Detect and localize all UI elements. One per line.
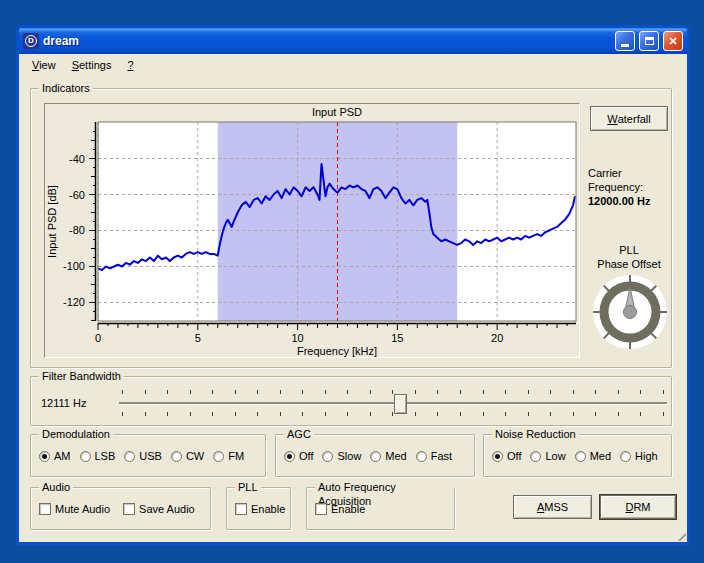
radio-usb[interactable]: USB [124,450,162,462]
slider-tick [302,412,303,416]
carrier-frequency-value: 12000.00 Hz [588,194,688,208]
filter-bandwidth-value: 12111 Hz [41,397,86,409]
resize-grip[interactable] [673,528,686,541]
slider-tick [280,390,281,394]
slider-tick [347,412,348,416]
slider-tick [122,412,123,416]
agc-group: AGC OffSlowMedFast [275,434,475,477]
amss-button[interactable]: AMSS [513,495,592,519]
slider-tick [257,412,258,416]
radio-label: Fast [431,450,452,462]
radio-med[interactable]: Med [575,450,611,462]
minimize-icon [621,44,629,47]
dream-logo-icon: D [25,35,37,47]
checkbox-box-icon [235,503,247,515]
menu-item-view[interactable]: View [25,57,63,73]
radio-circle-icon [530,451,541,462]
radio-label: Slow [337,450,361,462]
slider-tick [437,412,438,416]
slider-tick [460,390,461,394]
pll-phase-offset-label: PLL Phase Offset [579,243,679,271]
maximize-button[interactable] [639,31,659,51]
checkbox-label: Enable [331,503,365,515]
checkbox-box-icon [123,503,135,515]
radio-circle-icon [322,451,333,462]
radio-label: Med [385,450,406,462]
checkbox-box-icon [315,503,327,515]
radio-slow[interactable]: Slow [322,450,361,462]
slider-tick [663,412,664,416]
slider-groove[interactable] [119,402,667,405]
slider-tick [618,390,619,394]
input-psd-plot-canvas[interactable]: 05101520-40-60-80-100-120Input PSDFreque… [45,104,579,357]
checkbox-mute-audio[interactable]: Mute Audio [39,503,110,515]
noise-reduction-group: Noise Reduction OffLowMedHigh [483,434,672,477]
svg-text:-120: -120 [63,296,85,308]
slider-tick [618,412,619,416]
radio-label: AM [54,450,71,462]
radio-med[interactable]: Med [370,450,406,462]
close-button[interactable]: ✕ [663,31,683,51]
radio-fm[interactable]: FM [213,450,244,462]
slider-tick [212,412,213,416]
slider-tick [640,412,641,416]
radio-label: Off [507,450,521,462]
slider-tick [257,390,258,394]
radio-am[interactable]: AM [39,450,71,462]
slider-tick [370,390,371,394]
agc-group-label: AGC [284,427,314,441]
svg-text:5: 5 [195,332,201,344]
checkbox-label: Mute Audio [55,503,110,515]
slider-tick [483,412,484,416]
waterfall-button[interactable]: Waterfall [590,106,668,131]
radio-circle-icon [492,451,503,462]
minimize-button[interactable] [615,31,635,51]
filter-bandwidth-group-label: Filter Bandwidth [39,369,124,383]
slider-ticks-top [122,390,664,394]
slider-tick [145,412,146,416]
input-psd-chart: 05101520-40-60-80-100-120Input PSDFreque… [44,103,580,358]
slider-tick [190,390,191,394]
svg-text:0: 0 [95,332,101,344]
window-title: dream [43,34,611,48]
checkbox-save-audio[interactable]: Save Audio [123,503,195,515]
svg-text:10: 10 [291,332,303,344]
dial-gauge-icon [592,274,668,350]
checkbox-label: Enable [251,503,285,515]
radio-circle-icon [416,451,427,462]
slider-tick [550,412,551,416]
pll-phase-offset-dial [592,274,668,352]
app-icon: D [23,33,39,49]
radio-off[interactable]: Off [492,450,521,462]
radio-circle-icon [80,451,91,462]
radio-low[interactable]: Low [530,450,565,462]
titlebar[interactable]: D dream ✕ [19,28,687,54]
slider-tick [640,390,641,394]
radio-off[interactable]: Off [284,450,313,462]
close-icon: ✕ [668,36,677,47]
menu-item-settings[interactable]: Settings [65,57,119,73]
filter-bandwidth-group: Filter Bandwidth 12111 Hz [30,376,672,426]
radio-lsb[interactable]: LSB [80,450,116,462]
indicators-group-label: Indicators [39,81,93,95]
slider-tick [212,390,213,394]
radio-label: CW [186,450,204,462]
pll-group-label: PLL [235,480,261,494]
filter-bandwidth-slider[interactable] [119,385,667,421]
svg-text:Frequency [kHz]: Frequency [kHz] [297,345,377,357]
slider-tick [505,390,506,394]
pll-label-line2: Phase Offset [579,257,679,271]
checkbox-enable[interactable]: Enable [315,503,365,515]
radio-high[interactable]: High [620,450,658,462]
slider-tick [550,390,551,394]
radio-circle-icon [370,451,381,462]
radio-fast[interactable]: Fast [416,450,452,462]
menubar: View Settings ? [19,54,687,76]
radio-cw[interactable]: CW [171,450,204,462]
checkbox-enable[interactable]: Enable [235,503,285,515]
drm-button[interactable]: DRM [600,495,676,519]
slider-handle[interactable] [394,394,407,414]
menu-item-help[interactable]: ? [120,57,140,73]
maximize-icon [645,37,654,45]
slider-tick [528,412,529,416]
